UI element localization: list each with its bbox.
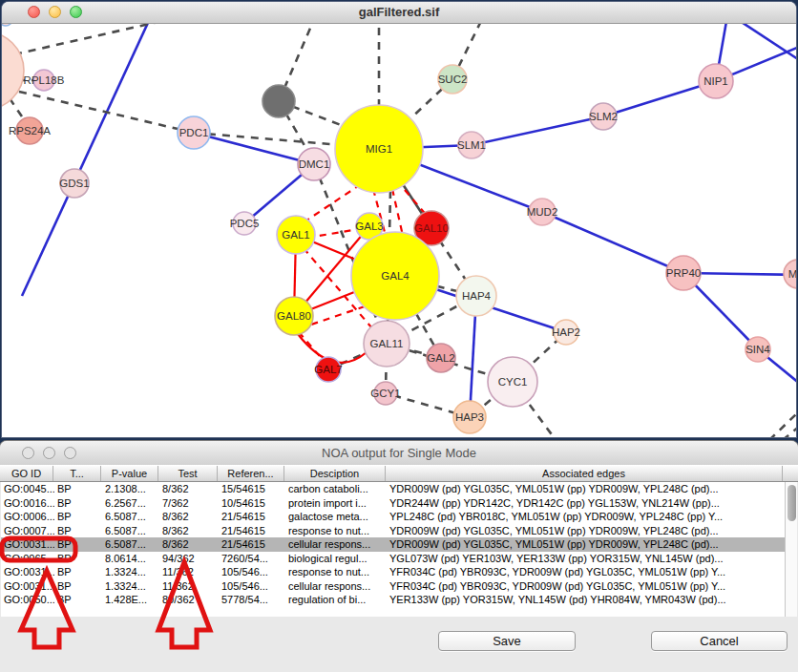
network-canvas[interactable]: RPL18BRPS24APDC1GDS1MIG1SUC2SLM1DMC1SLM2… (2, 24, 796, 437)
node-corner-cut-node[interactable] (2, 24, 12, 26)
column-header-referen[interactable]: Referen... (218, 466, 284, 481)
table-cell: YFR034C (pd) YBR093C, YDR009W (pd) YGL03… (387, 565, 784, 579)
node-SLM2[interactable]: SLM2 (589, 103, 618, 130)
table-cell: BP (54, 565, 102, 579)
minimize-button-inactive[interactable] (43, 447, 55, 459)
table-cell: GO:0007... (1, 524, 54, 538)
table-row[interactable]: GO:0006...BP6.5087...8/36221/54615galact… (1, 510, 797, 524)
node-unnamed-gray-node[interactable] (262, 85, 295, 117)
node-GAL80[interactable]: GAL80 (275, 297, 313, 335)
table-cell: 6.2567... (102, 496, 159, 511)
table-row[interactable]: GO:0031...BP6.5087...8/36221/54615cellul… (1, 537, 797, 552)
table-cell: GO:0016... (1, 496, 54, 511)
node-label: HAP2 (552, 326, 580, 338)
cancel-button[interactable]: Cancel (651, 631, 788, 651)
node-SIN4[interactable]: SIN4 (746, 337, 770, 362)
table-row[interactable]: GO:0065...BP8.0614...94/3627260/54...bio… (1, 552, 797, 566)
graph-edge (14, 24, 200, 54)
node-label: SIN4 (746, 344, 770, 355)
node-SLM1[interactable]: SLM1 (457, 132, 486, 158)
table-cell: 1.3324... (102, 565, 159, 579)
table-cell: carbon cataboli... (285, 482, 387, 496)
node-DMC1[interactable]: DMC1 (298, 148, 330, 180)
column-header-t[interactable]: T... (53, 466, 101, 481)
node-GAL11[interactable]: GAL11 (364, 321, 410, 367)
node-MIG1[interactable]: MIG1 (335, 105, 423, 193)
close-button[interactable] (28, 6, 40, 18)
node-NIP1[interactable]: NIP1 (699, 64, 733, 98)
node-label: GAL7 (314, 364, 342, 375)
save-button[interactable]: Save (438, 631, 576, 651)
node-SUC2[interactable]: SUC2 (438, 65, 468, 94)
node-GAL7[interactable]: GAL7 (314, 357, 342, 382)
node-HAP4[interactable]: HAP4 (456, 276, 496, 316)
node-GDS1[interactable]: GDS1 (59, 169, 89, 198)
table-cell: 8/362 (159, 524, 219, 538)
scrollbar-thumb[interactable] (788, 485, 796, 521)
table-cell: protein import i... (285, 496, 387, 511)
table-scrollbar[interactable] (785, 482, 797, 617)
table-row[interactable]: GO:0050...BP1.428E...80/3625778/54...reg… (1, 593, 797, 607)
network-window: galFiltered.sif RPL18BRPS24APDC1GDS1MIG1… (2, 2, 796, 437)
close-button-inactive[interactable] (22, 447, 34, 459)
table-row[interactable]: GO:0007...BP6.5087...8/36221/54615respon… (1, 524, 797, 538)
network-graph: RPL18BRPS24APDC1GDS1MIG1SUC2SLM1DMC1SLM2… (2, 24, 796, 437)
zoom-button[interactable] (70, 6, 82, 18)
column-header-desciption[interactable]: Desciption (284, 466, 386, 481)
graph-edge (22, 24, 153, 296)
graph-edge (769, 410, 796, 437)
node-RPL18B[interactable]: RPL18B (24, 70, 65, 91)
node-label: GCY1 (370, 388, 400, 399)
table-cell: BP (54, 552, 102, 566)
node-MUD2[interactable]: MUD2 (527, 199, 558, 225)
node-GAL2[interactable]: GAL2 (427, 344, 455, 372)
table-row[interactable]: GO:0045...BP2.1308...8/36215/54615carbon… (1, 482, 797, 496)
column-header-go-id[interactable]: GO ID (0, 466, 53, 481)
node-HAP3[interactable]: HAP3 (453, 401, 486, 433)
minimize-button[interactable] (49, 6, 61, 18)
table-cell: 1.3324... (102, 579, 159, 594)
table-cell: 6.5087... (102, 537, 159, 552)
column-header-test[interactable]: Test (158, 466, 218, 481)
table-row[interactable]: GO:0031...BP1.3324...11/362105/546...res… (1, 565, 797, 579)
column-header-associated-edges[interactable]: Associated edges (386, 466, 783, 481)
node-PRP40[interactable]: PRP40 (666, 256, 701, 290)
node-label: DMC1 (299, 158, 330, 170)
node-CYC1[interactable]: CYC1 (488, 357, 537, 407)
node-GCY1[interactable]: GCY1 (370, 382, 400, 405)
node-RPS24A[interactable]: RPS24A (9, 117, 51, 144)
zoom-button-inactive[interactable] (64, 447, 76, 459)
node-GAL1[interactable]: GAL1 (277, 216, 315, 254)
table-cell: 15/54615 (219, 482, 285, 496)
table-cell: BP (54, 593, 102, 607)
network-window-titlebar[interactable]: galFiltered.sif (2, 2, 796, 24)
window-title: NOA output for Single Mode (0, 441, 798, 465)
node-big-left-node[interactable] (2, 32, 24, 110)
node-label: NIP1 (704, 75, 728, 87)
table-cell: GO:0006... (1, 510, 54, 524)
node-PDC1[interactable]: PDC1 (178, 116, 210, 149)
table-cell: 7260/54... (219, 552, 285, 566)
table-cell: 6.5087... (102, 510, 159, 524)
noa-output-window: NOA output for Single Mode GO IDT...P-va… (0, 441, 798, 672)
node-label: PRP40 (666, 267, 701, 279)
table-cell: 6.5087... (102, 524, 159, 538)
noa-window-titlebar[interactable]: NOA output for Single Mode (0, 441, 798, 466)
table-cell: 10/54615 (219, 496, 285, 511)
table-cell: 80/362 (159, 593, 219, 607)
table-row[interactable]: GO:0016...BP6.2567...7/36210/54615protei… (1, 496, 797, 511)
node-label: GAL4 (381, 270, 410, 282)
table-cell: YER133W (pp) YOR315W, YNL145W (pd) YHR08… (387, 593, 784, 607)
node-GAL4[interactable]: GAL4 (351, 232, 439, 320)
table-cell: 1.428E... (102, 593, 159, 607)
table-row[interactable]: GO:0031...BP1.3324...11/362105/546...cel… (1, 579, 797, 594)
node-label: SUC2 (438, 74, 468, 85)
table-cell: 2.1308... (102, 482, 159, 496)
table-cell: BP (54, 579, 102, 594)
results-table: GO:0045...BP2.1308...8/36215/54615carbon… (1, 482, 797, 617)
table-cell: cellular respons... (285, 579, 387, 594)
node-label: SLM2 (589, 111, 618, 122)
column-header-p-value[interactable]: P-value (101, 466, 158, 481)
node-label: HAP4 (462, 290, 492, 302)
node-MSI[interactable]: MSI (784, 260, 796, 288)
